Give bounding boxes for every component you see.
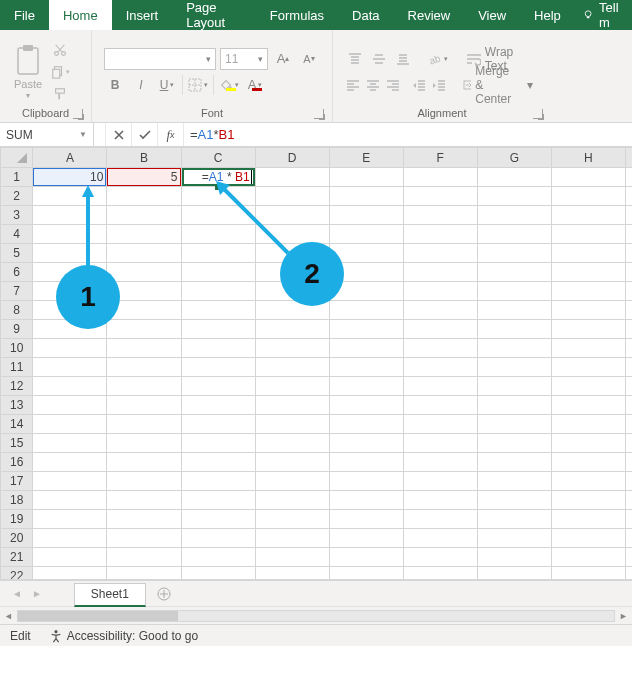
- col-header-F[interactable]: F: [403, 148, 477, 168]
- cell-B3[interactable]: [107, 206, 181, 225]
- cell-E17[interactable]: [329, 472, 403, 491]
- cell-E12[interactable]: [329, 377, 403, 396]
- cell-A1[interactable]: 10: [33, 168, 107, 187]
- cell-H1[interactable]: [551, 168, 625, 187]
- cell-B14[interactable]: [107, 415, 181, 434]
- formula-input[interactable]: =A1 * B1: [184, 123, 632, 146]
- cell-E19[interactable]: [329, 510, 403, 529]
- tab-review[interactable]: Review: [394, 0, 465, 30]
- row-header-2[interactable]: 2: [1, 187, 33, 206]
- cell-F16[interactable]: [403, 453, 477, 472]
- cell-I1[interactable]: [625, 168, 632, 187]
- add-sheet-button[interactable]: [152, 582, 176, 606]
- cell-G19[interactable]: [477, 510, 551, 529]
- cell-B22[interactable]: [107, 567, 181, 581]
- cell-B4[interactable]: [107, 225, 181, 244]
- cell-F12[interactable]: [403, 377, 477, 396]
- tab-view[interactable]: View: [464, 0, 520, 30]
- decrease-font-button[interactable]: A▾: [298, 48, 320, 70]
- cell-G4[interactable]: [477, 225, 551, 244]
- cell-H17[interactable]: [551, 472, 625, 491]
- col-header-E[interactable]: E: [329, 148, 403, 168]
- cell-I12[interactable]: [625, 377, 632, 396]
- cell-C9[interactable]: [181, 320, 255, 339]
- cell-I10[interactable]: [625, 339, 632, 358]
- tell-me-search[interactable]: Tell m: [575, 0, 632, 30]
- tab-file[interactable]: File: [0, 0, 49, 30]
- cell-F10[interactable]: [403, 339, 477, 358]
- cell-B21[interactable]: [107, 548, 181, 567]
- cell-A19[interactable]: [33, 510, 107, 529]
- cell-H5[interactable]: [551, 244, 625, 263]
- cell-A20[interactable]: [33, 529, 107, 548]
- cell-H2[interactable]: [551, 187, 625, 206]
- cell-G21[interactable]: [477, 548, 551, 567]
- cell-E16[interactable]: [329, 453, 403, 472]
- cell-G13[interactable]: [477, 396, 551, 415]
- cell-B9[interactable]: [107, 320, 181, 339]
- cell-D20[interactable]: [255, 529, 329, 548]
- cell-H11[interactable]: [551, 358, 625, 377]
- cell-H7[interactable]: [551, 282, 625, 301]
- cell-I13[interactable]: [625, 396, 632, 415]
- font-dialog-launcher[interactable]: [314, 109, 324, 119]
- cell-B19[interactable]: [107, 510, 181, 529]
- row-header-19[interactable]: 19: [1, 510, 33, 529]
- cell-H19[interactable]: [551, 510, 625, 529]
- worksheet-grid[interactable]: A B C D E F G H I 1105=A1 * B12345678910…: [0, 147, 632, 580]
- cell-F17[interactable]: [403, 472, 477, 491]
- align-middle-button[interactable]: [369, 48, 389, 70]
- cell-F22[interactable]: [403, 567, 477, 581]
- cell-B2[interactable]: [107, 187, 181, 206]
- cell-I16[interactable]: [625, 453, 632, 472]
- cell-H15[interactable]: [551, 434, 625, 453]
- cell-B12[interactable]: [107, 377, 181, 396]
- cell-C17[interactable]: [181, 472, 255, 491]
- cell-I11[interactable]: [625, 358, 632, 377]
- cell-E2[interactable]: [329, 187, 403, 206]
- cell-G3[interactable]: [477, 206, 551, 225]
- format-painter-button[interactable]: [50, 85, 70, 103]
- cell-E11[interactable]: [329, 358, 403, 377]
- increase-indent-button[interactable]: [431, 74, 447, 96]
- cell-C18[interactable]: [181, 491, 255, 510]
- cell-E9[interactable]: [329, 320, 403, 339]
- paste-button[interactable]: Paste ▼: [10, 44, 46, 99]
- cell-D11[interactable]: [255, 358, 329, 377]
- cell-D22[interactable]: [255, 567, 329, 581]
- cell-C14[interactable]: [181, 415, 255, 434]
- cell-D17[interactable]: [255, 472, 329, 491]
- cell-C7[interactable]: [181, 282, 255, 301]
- cell-C20[interactable]: [181, 529, 255, 548]
- name-box[interactable]: SUM▼: [0, 123, 94, 146]
- cell-H18[interactable]: [551, 491, 625, 510]
- cell-E21[interactable]: [329, 548, 403, 567]
- cancel-formula-button[interactable]: [106, 123, 132, 146]
- borders-button[interactable]: ▾: [187, 74, 209, 96]
- sheet-tab-sheet1[interactable]: Sheet1: [74, 583, 146, 607]
- cell-H3[interactable]: [551, 206, 625, 225]
- cell-G16[interactable]: [477, 453, 551, 472]
- cell-G11[interactable]: [477, 358, 551, 377]
- cell-I20[interactable]: [625, 529, 632, 548]
- cell-I18[interactable]: [625, 491, 632, 510]
- row-header-10[interactable]: 10: [1, 339, 33, 358]
- row-header-1[interactable]: 1: [1, 168, 33, 187]
- cell-D10[interactable]: [255, 339, 329, 358]
- cell-B10[interactable]: [107, 339, 181, 358]
- sheet-nav-next[interactable]: ►: [32, 588, 42, 599]
- cell-A21[interactable]: [33, 548, 107, 567]
- cell-F3[interactable]: [403, 206, 477, 225]
- cell-B13[interactable]: [107, 396, 181, 415]
- cell-E22[interactable]: [329, 567, 403, 581]
- cell-F5[interactable]: [403, 244, 477, 263]
- cell-G10[interactable]: [477, 339, 551, 358]
- cell-I21[interactable]: [625, 548, 632, 567]
- row-header-4[interactable]: 4: [1, 225, 33, 244]
- font-color-button[interactable]: A▾: [244, 74, 266, 96]
- copy-button[interactable]: ▾: [50, 63, 70, 81]
- cell-A22[interactable]: [33, 567, 107, 581]
- tab-formulas[interactable]: Formulas: [256, 0, 338, 30]
- increase-font-button[interactable]: A▴: [272, 48, 294, 70]
- col-header-C[interactable]: C: [181, 148, 255, 168]
